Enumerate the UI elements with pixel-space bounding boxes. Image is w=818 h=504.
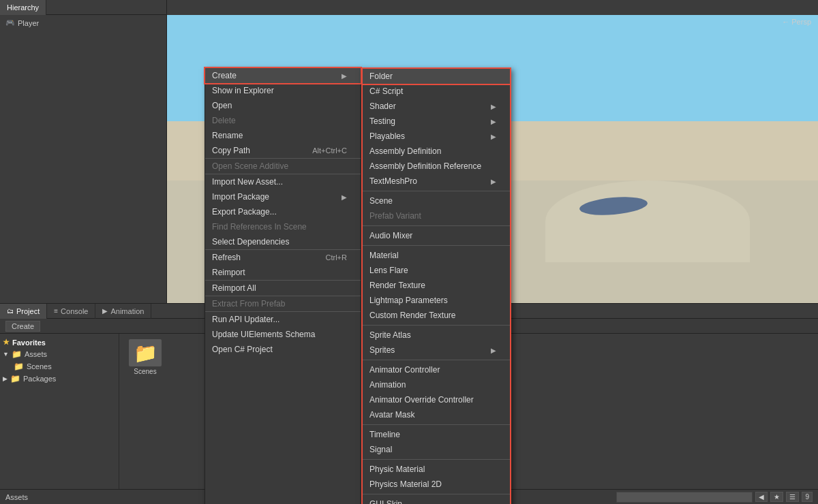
- animation-label: Animation: [369, 380, 406, 390]
- count-badge: 9: [802, 492, 813, 502]
- open-label: Open: [212, 101, 232, 110]
- player-icon: 🎮: [5, 18, 15, 27]
- submenu-item-animator-ctrl[interactable]: Animator Controller: [363, 362, 510, 377]
- hierarchy-panel: Hierarchy 🎮 Player: [0, 0, 167, 303]
- physic-material-label: Physic Material: [369, 464, 425, 474]
- search-input[interactable]: [616, 492, 753, 503]
- submenu-separator-3: [363, 245, 510, 246]
- menu-item-copy-path[interactable]: Copy Path Alt+Ctrl+C: [205, 143, 361, 158]
- menu-item-update-ui[interactable]: Update UIElements Schema: [205, 327, 361, 342]
- persp-label: ← Persp: [782, 18, 811, 26]
- project-tab-label: Project: [16, 307, 40, 315]
- submenu-item-timeline[interactable]: Timeline: [363, 427, 510, 442]
- submenu-item-testing[interactable]: Testing ▶: [363, 114, 510, 129]
- menu-item-import-package[interactable]: Import Package ▶: [205, 189, 361, 204]
- textmeshpro-arrow-icon: ▶: [491, 178, 496, 185]
- player-label: Player: [18, 19, 39, 27]
- favorites-label: Favorites: [12, 338, 46, 347]
- submenu-item-assembly-def-ref[interactable]: Assembly Definition Reference: [363, 159, 510, 174]
- tab-console[interactable]: ≡ Console: [47, 304, 95, 319]
- prefab-variant-label: Prefab Variant: [369, 211, 421, 221]
- sidebar-item-favorites[interactable]: ★ Favorites: [0, 336, 119, 348]
- submenu-item-animator-override[interactable]: Animator Override Controller: [363, 392, 510, 407]
- hierarchy-content: 🎮 Player: [0, 15, 166, 31]
- menu-item-run-api[interactable]: Run API Updater...: [205, 311, 361, 327]
- menu-item-reimport[interactable]: Reimport: [205, 265, 361, 280]
- scenes-label: Scenes: [27, 362, 52, 371]
- submenu-item-signal[interactable]: Signal: [363, 442, 510, 457]
- animation-tab-label: Animation: [110, 307, 144, 315]
- extract-prefab-label: Extract From Prefab: [212, 299, 285, 309]
- menu-item-export-package[interactable]: Export Package...: [205, 204, 361, 219]
- menu-item-refresh[interactable]: Refresh Ctrl+R: [205, 249, 361, 265]
- star-icon: ★: [3, 338, 10, 347]
- menu-item-select-deps[interactable]: Select Dependencies: [205, 234, 361, 249]
- context-menu-container: Create ▶ Show in Explorer Open Delete Re…: [204, 67, 511, 504]
- submenu-item-csharp[interactable]: C# Script: [363, 84, 510, 99]
- submenu-item-scene[interactable]: Scene: [363, 193, 510, 208]
- menu-item-reimport-all[interactable]: Reimport All: [205, 280, 361, 296]
- submenu-item-render-texture[interactable]: Render Texture: [363, 278, 510, 293]
- material-label: Material: [369, 251, 399, 260]
- submenu-item-physic-material[interactable]: Physic Material: [363, 462, 510, 477]
- menu-item-import-new[interactable]: Import New Asset...: [205, 174, 361, 189]
- refresh-label: Refresh: [212, 253, 241, 262]
- submenu-item-custom-render-texture[interactable]: Custom Render Texture: [363, 308, 510, 323]
- hierarchy-item-player[interactable]: 🎮 Player: [5, 18, 161, 28]
- favorite-button[interactable]: ★: [770, 492, 783, 502]
- submenu-separator-2: [363, 225, 510, 226]
- menu-item-create[interactable]: Create ▶: [205, 68, 361, 83]
- reimport-label: Reimport: [212, 268, 245, 277]
- avatar-mask-label: Avatar Mask: [369, 410, 414, 420]
- playables-label: Playables: [369, 131, 405, 141]
- list-view-button[interactable]: ☰: [786, 492, 799, 502]
- submenu-item-assembly-def[interactable]: Assembly Definition: [363, 144, 510, 159]
- console-tab-icon: ≡: [54, 307, 58, 315]
- sidebar-item-packages[interactable]: ▶ 📁 Packages: [0, 373, 119, 385]
- tab-animation[interactable]: ▶ Animation: [95, 304, 151, 319]
- submenu-item-folder[interactable]: Folder: [363, 69, 510, 84]
- lens-flare-label: Lens Flare: [369, 266, 408, 275]
- scene-label: Scene: [369, 196, 393, 206]
- submenu-item-material[interactable]: Material: [363, 248, 510, 263]
- import-new-label: Import New Asset...: [212, 177, 283, 187]
- sidebar-item-assets[interactable]: ▼ 📁 Assets: [0, 348, 119, 360]
- menu-item-open-csharp[interactable]: Open C# Project: [205, 342, 361, 357]
- render-texture-label: Render Texture: [369, 281, 425, 290]
- submenu-separator-1: [363, 191, 510, 191]
- menu-item-show-explorer[interactable]: Show in Explorer: [205, 83, 361, 98]
- submenu-item-prefab-variant: Prefab Variant: [363, 208, 510, 223]
- sidebar-item-scenes[interactable]: 📁 Scenes: [0, 360, 119, 373]
- submenu-item-lightmap-params[interactable]: Lightmap Parameters: [363, 293, 510, 308]
- signal-label: Signal: [369, 445, 392, 454]
- menu-item-rename[interactable]: Rename: [205, 128, 361, 143]
- tab-project[interactable]: 🗂 Project: [0, 304, 47, 319]
- submenu-item-gui-skin[interactable]: GUI Skin: [363, 497, 510, 504]
- submenu-item-sprite-atlas[interactable]: Sprite Atlas: [363, 328, 510, 343]
- submenu-item-lens-flare[interactable]: Lens Flare: [363, 263, 510, 278]
- asset-item-scenes[interactable]: 📁 Scenes: [125, 339, 166, 375]
- create-label: Create: [212, 71, 237, 80]
- menu-item-open[interactable]: Open: [205, 98, 361, 113]
- submenu-item-avatar-mask[interactable]: Avatar Mask: [363, 407, 510, 422]
- create-button[interactable]: Create: [5, 321, 40, 332]
- packages-arrow-icon: ▶: [3, 375, 7, 382]
- submenu-item-animation[interactable]: Animation: [363, 377, 510, 392]
- custom-render-texture-label: Custom Render Texture: [369, 311, 456, 320]
- submenu-item-physics-2d[interactable]: Physics Material 2D: [363, 477, 510, 492]
- submenu-item-sprites[interactable]: Sprites ▶: [363, 343, 510, 358]
- open-csharp-label: Open C# Project: [212, 345, 273, 354]
- packages-folder-icon: 📁: [10, 374, 20, 383]
- submenu-item-shader[interactable]: Shader ▶: [363, 99, 510, 114]
- tab-hierarchy[interactable]: Hierarchy: [0, 0, 46, 15]
- delete-label: Delete: [212, 116, 236, 125]
- submenu-item-textmeshpro[interactable]: TextMeshPro ▶: [363, 174, 510, 189]
- submenu-item-audio-mixer[interactable]: Audio Mixer: [363, 228, 510, 243]
- physics-2d-label: Physics Material 2D: [369, 479, 442, 489]
- run-api-label: Run API Updater...: [212, 315, 279, 324]
- open-additive-label: Open Scene Additive: [212, 161, 288, 171]
- back-button[interactable]: ◀: [755, 492, 768, 502]
- submenu-item-playables[interactable]: Playables ▶: [363, 129, 510, 144]
- export-package-label: Export Package...: [212, 207, 277, 217]
- menu-item-delete: Delete: [205, 113, 361, 128]
